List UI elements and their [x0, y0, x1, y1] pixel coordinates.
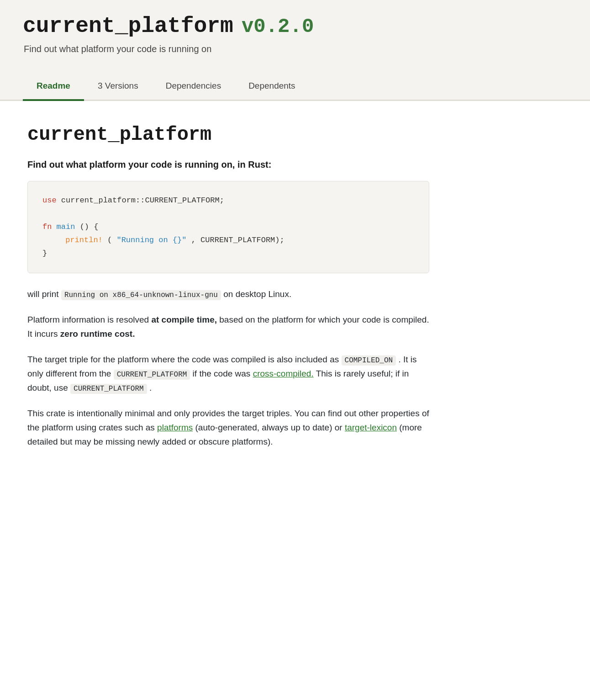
code-string: "Running on {}" [116, 236, 186, 244]
para4-mid: (auto-generated, always up to date) or [195, 423, 345, 432]
doc-subtitle: Find out what platform your code is runn… [27, 159, 429, 170]
package-version: v0.2.0 [242, 15, 314, 38]
package-name: current_platform [23, 14, 233, 38]
code-block: use current_platform::CURRENT_PLATFORM; … [27, 181, 429, 273]
package-description: Find out what platform your code is runn… [24, 44, 567, 54]
code-plain-1: current_platform::CURRENT_PLATFORM; [61, 196, 224, 205]
keyword-use: use [42, 196, 57, 205]
para1-post: on desktop Linux. [223, 289, 291, 299]
tab-versions[interactable]: 3 Versions [84, 73, 152, 101]
para2-bold1: at compile time, [151, 315, 217, 324]
code-gap [42, 209, 47, 218]
content-area: current_platform Find out what platform … [0, 101, 457, 483]
para3-final: . [149, 383, 152, 392]
code-line-4: println! ( "Running on {}" , CURRENT_PLA… [42, 234, 414, 247]
code-plain-3: () { [80, 223, 99, 231]
para-compile-time: Platform information is resolved at comp… [27, 313, 429, 341]
keyword-println: println! [65, 236, 103, 244]
para4-link-target-lexicon[interactable]: target-lexicon [345, 423, 397, 432]
keyword-main: main [57, 223, 75, 231]
para3-pre: The target triple for the platform where… [27, 355, 342, 364]
tab-dependencies[interactable]: Dependencies [152, 73, 235, 101]
para3-code3: CURRENT_PLATFORM [70, 384, 147, 394]
para2-pre: Platform information is resolved [27, 315, 151, 324]
para3-mid2: if the code was [193, 369, 253, 378]
tab-readme[interactable]: Readme [23, 73, 84, 101]
para-crate-info: This crate is intentionally minimal and … [27, 406, 429, 449]
para1-pre: will print [27, 289, 59, 299]
tab-dependents[interactable]: Dependents [235, 73, 309, 101]
code-plain-4: ( [107, 236, 112, 244]
para3-link-cross-compiled[interactable]: cross-compiled. [253, 369, 314, 378]
para4-link-platforms[interactable]: platforms [157, 423, 193, 432]
para1-code: Running on x86_64-unknown-linux-gnu [61, 290, 221, 300]
header-section: current_platform v0.2.0 Find out what pl… [0, 0, 590, 73]
tabs-bar: Readme 3 Versions Dependencies Dependent… [0, 73, 590, 101]
doc-title: current_platform [27, 124, 429, 146]
code-plain-6: } [42, 249, 47, 258]
package-title: current_platform v0.2.0 [23, 14, 567, 38]
code-line-3: fn main () { [42, 221, 414, 234]
code-line-5: } [42, 247, 414, 260]
code-plain-5: , CURRENT_PLATFORM); [191, 236, 284, 244]
para-compiled-on: The target triple for the platform where… [27, 352, 429, 395]
para-will-print: will print Running on x86_64-unknown-lin… [27, 287, 429, 301]
para3-code1: COMPILED_ON [342, 355, 396, 366]
code-line-1: use current_platform::CURRENT_PLATFORM; [42, 194, 414, 207]
para3-code2: CURRENT_PLATFORM [114, 370, 190, 380]
para2-bold2: zero runtime cost. [60, 329, 135, 339]
keyword-fn: fn [42, 223, 52, 231]
